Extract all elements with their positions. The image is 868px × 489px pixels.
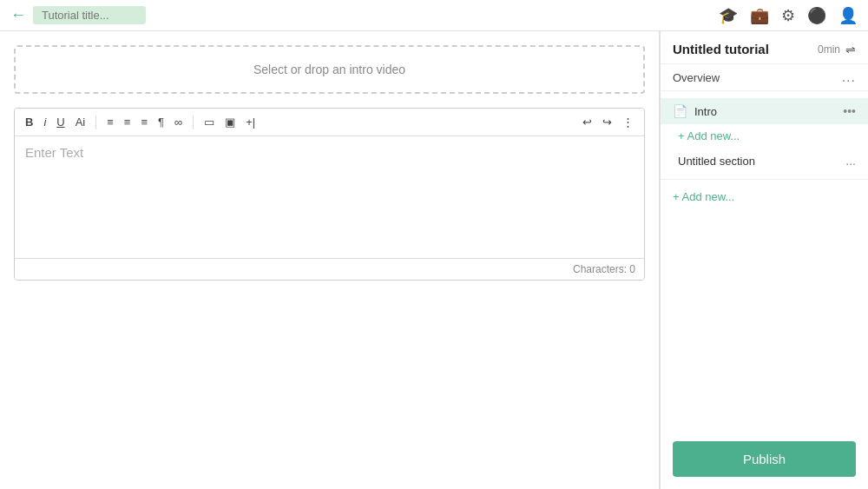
tutorial-title-input[interactable] [33, 6, 146, 24]
toolbar-ai-btn[interactable]: Ai [72, 114, 89, 130]
back-icon: ← [10, 6, 26, 24]
back-button[interactable]: ← [10, 6, 26, 24]
toolbar-video-btn[interactable]: ▣ [221, 114, 239, 130]
sidebar-divider [661, 179, 868, 180]
sidebar-content: 📄 Intro ••• + Add new... Untitled sectio… [661, 91, 868, 433]
overview-label: Overview [673, 71, 720, 84]
video-drop-label: Select or drop an intro video [253, 63, 405, 76]
nav-left: ← [10, 6, 146, 24]
top-navigation: ← 🎓 💼 ⚙ ⚫ 👤 [0, 0, 868, 31]
sliders-icon[interactable]: ⇌ [845, 43, 856, 56]
nav-right: 🎓 💼 ⚙ ⚫ 👤 [719, 6, 858, 25]
person-icon[interactable]: 👤 [838, 6, 858, 25]
sidebar-overview-row: Overview ... [661, 64, 868, 91]
circle-icon: ⚫ [807, 6, 826, 25]
sidebar-tutorial-title: Untitled tutorial [673, 42, 769, 56]
editor-box: B i U Ai ≡ ≡ ≡ ¶ ∞ ▭ ▣ +| ↩ ↪ ⋮ Enter T [14, 108, 645, 281]
sidebar-duration: 0min [818, 43, 840, 56]
intro-doc-icon: 📄 [673, 104, 687, 118]
graduation-icon[interactable]: 🎓 [719, 6, 738, 25]
toolbar-paragraph-btn[interactable]: ¶ [155, 114, 168, 130]
untitled-section-label: Untitled section [678, 155, 838, 168]
editor-footer: Characters: 0 [15, 258, 644, 280]
toolbar-align-center-btn[interactable]: ≡ [121, 114, 135, 130]
editor-content[interactable]: Enter Text [15, 136, 644, 258]
sidebar-add-new-2[interactable]: + Add new... [661, 185, 868, 208]
intro-label: Intro [694, 105, 836, 118]
toolbar-link-btn[interactable]: ∞ [171, 114, 186, 130]
toolbar-undo-btn[interactable]: ↩ [579, 114, 595, 130]
sidebar-section-untitled[interactable]: Untitled section ... [661, 148, 868, 174]
editor-panel: Select or drop an intro video B i U Ai ≡… [0, 31, 660, 489]
editor-placeholder: Enter Text [25, 145, 83, 160]
untitled-section-dots-btn[interactable]: ... [845, 154, 856, 168]
toolbar-italic-btn[interactable]: i [40, 114, 49, 130]
sidebar-add-new-1[interactable]: + Add new... [661, 124, 868, 148]
video-drop-area[interactable]: Select or drop an intro video [14, 45, 645, 94]
briefcase-icon[interactable]: 💼 [750, 6, 769, 25]
toolbar-add-btn[interactable]: +| [242, 114, 259, 130]
add-new-2-label: + Add new... [673, 190, 734, 203]
sidebar: Untitled tutorial 0min ⇌ Overview ... 📄 … [660, 31, 868, 489]
toolbar-underline-btn[interactable]: U [53, 114, 68, 130]
toolbar-image-btn[interactable]: ▭ [201, 114, 218, 130]
sidebar-item-intro[interactable]: 📄 Intro ••• [661, 98, 868, 124]
toolbar-bold-btn[interactable]: B [22, 114, 36, 130]
toolbar-more-btn[interactable]: ⋮ [619, 114, 637, 130]
overview-dots-btn[interactable]: ... [842, 69, 856, 85]
publish-button[interactable]: Publish [673, 441, 856, 477]
editor-toolbar: B i U Ai ≡ ≡ ≡ ¶ ∞ ▭ ▣ +| ↩ ↪ ⋮ [15, 109, 644, 136]
settings-icon[interactable]: ⚙ [781, 6, 795, 25]
toolbar-sep-2 [193, 116, 194, 129]
intro-dots-btn[interactable]: ••• [843, 104, 856, 118]
toolbar-list-btn[interactable]: ≡ [137, 114, 151, 130]
toolbar-redo-btn[interactable]: ↪ [599, 114, 615, 130]
add-new-1-label: + Add new... [678, 129, 740, 142]
sidebar-header: Untitled tutorial 0min ⇌ [661, 31, 868, 64]
main-area: Select or drop an intro video B i U Ai ≡… [0, 31, 868, 489]
toolbar-sep-1 [95, 116, 96, 129]
character-count-label: Characters: 0 [573, 263, 635, 275]
toolbar-align-left-btn[interactable]: ≡ [103, 114, 117, 130]
sidebar-meta: 0min ⇌ [818, 43, 856, 56]
sidebar-publish-area: Publish [661, 433, 868, 489]
